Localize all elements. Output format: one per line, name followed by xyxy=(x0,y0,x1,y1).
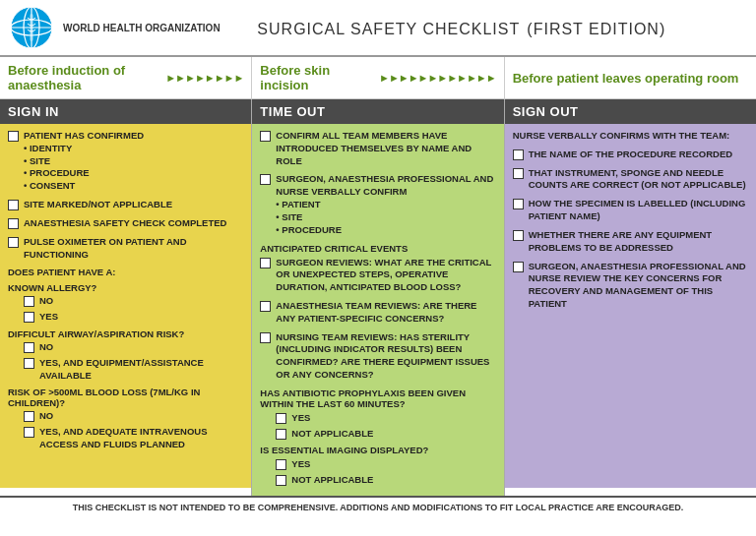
phase-arrows-2: ►►►►►►►►►►►► xyxy=(379,72,496,84)
phase-header-time-out: Before skin incision ►►►►►►►►►►►► xyxy=(251,57,504,98)
key-concerns-item: SURGEON, ANAESTHESIA PROFESSIONAL AND NU… xyxy=(513,261,748,311)
blood-loss-label: RISK OF >500ML BLOOD LOSS (7ML/KG IN CHI… xyxy=(8,387,243,408)
phase-headers: Before induction of anaesthesia ►►►►►►►►… xyxy=(0,57,756,98)
imaging-yes-label: YES xyxy=(291,458,310,471)
airway-risk-options: NO YES, AND EQUIPMENT/ASSISTANCE AVAILAB… xyxy=(8,341,243,382)
blood-loss-yes-checkbox[interactable] xyxy=(24,427,34,438)
antibiotic-label: HAS ANTIBIOTIC PROPHYLAXIS BEEN GIVEN WI… xyxy=(260,387,495,409)
instrument-counts-checkbox[interactable] xyxy=(513,168,524,179)
sign-in-column: SIGN IN PATIENT HAS CONFIRMED • IDENTITY… xyxy=(0,99,251,496)
time-out-column: TIME OUT CONFIRM ALL TEAM MEMBERS HAVE I… xyxy=(251,99,504,496)
airway-risk-label: DIFFICULT AIRWAY/ASPIRATION RISK? xyxy=(8,328,243,339)
blood-loss-no-label: NO xyxy=(39,410,53,423)
allergy-yes-label: YES xyxy=(39,311,58,324)
procedure-recorded-item: THE NAME OF THE PROCEDURE RECORDED xyxy=(513,149,748,161)
imaging-options: YES NOT APPLICABLE xyxy=(260,458,495,487)
header: World Health Organization Surgical Safet… xyxy=(0,0,756,57)
allergy-no-label: NO xyxy=(39,295,53,308)
surgeon-reviews-label: SURGEON REVIEWS: WHAT ARE THE CRITICAL O… xyxy=(276,257,491,293)
blood-loss-yes-label: YES, AND ADEQUATE INTRAVENOUS ACCESS AND… xyxy=(39,426,243,451)
patient-confirmed-label: PATIENT HAS CONFIRMED xyxy=(24,130,144,141)
pulse-oximeter-label: PULSE OXIMETER ON PATIENT AND FUNCTIONIN… xyxy=(24,236,243,262)
nursing-reviews-label: NURSING TEAM REVIEWS: HAS STERILITY (INC… xyxy=(276,331,489,380)
pulse-oximeter-item: PULSE OXIMETER ON PATIENT AND FUNCTIONIN… xyxy=(8,236,243,262)
antibiotic-na-item: NOT APPLICABLE xyxy=(276,428,495,441)
time-out-body: CONFIRM ALL TEAM MEMBERS HAVE INTRODUCED… xyxy=(252,124,503,496)
svg-rect-5 xyxy=(30,14,33,41)
phase-header-sign-out: Before patient leaves operating room xyxy=(505,57,756,98)
procedure-recorded-checkbox[interactable] xyxy=(513,149,524,160)
specimen-labelled-checkbox[interactable] xyxy=(513,199,524,209)
imaging-yes-checkbox[interactable] xyxy=(276,459,286,470)
airway-yes-checkbox[interactable] xyxy=(24,358,34,369)
imaging-label: IS ESSENTIAL IMAGING DISPLAYED? xyxy=(260,445,495,455)
main-columns: SIGN IN PATIENT HAS CONFIRMED • IDENTITY… xyxy=(0,98,756,496)
allergy-yes-checkbox[interactable] xyxy=(24,312,34,323)
verbally-confirm-checkbox[interactable] xyxy=(260,174,271,185)
anaesthesia-reviews-checkbox[interactable] xyxy=(260,301,271,312)
phase-label-sign-in: Before induction of anaesthesia xyxy=(8,63,161,92)
imaging-yes-item: YES xyxy=(276,458,495,471)
site-marked-label: SITE MARKED/NOT APPLICABLE xyxy=(24,199,172,211)
known-allergy-options: NO YES xyxy=(8,295,243,324)
equipment-problems-item: WHETHER THERE ARE ANY EQUIPMENT PROBLEMS… xyxy=(513,229,748,255)
confirm-team-label: CONFIRM ALL TEAM MEMBERS HAVE INTRODUCED… xyxy=(276,130,495,167)
procedure-recorded-label: THE NAME OF THE PROCEDURE RECORDED xyxy=(529,149,732,161)
confirm-team-item: CONFIRM ALL TEAM MEMBERS HAVE INTRODUCED… xyxy=(260,130,495,167)
antibiotic-yes-checkbox[interactable] xyxy=(276,413,286,424)
nursing-reviews-item: NURSING TEAM REVIEWS: HAS STERILITY (INC… xyxy=(260,331,495,382)
blood-loss-yes-item: YES, AND ADEQUATE INTRAVENOUS ACCESS AND… xyxy=(24,426,243,451)
surgeon-reviews-checkbox[interactable] xyxy=(260,258,271,268)
pulse-oximeter-checkbox[interactable] xyxy=(8,237,19,248)
blood-loss-no-item: NO xyxy=(24,410,243,423)
instrument-counts-label: THAT INSTRUMENT, SPONGE AND NEEDLE COUNT… xyxy=(529,167,748,193)
surgeon-reviews-item: SURGEON REVIEWS: WHAT ARE THE CRITICAL O… xyxy=(260,257,495,294)
airway-yes-label: YES, AND EQUIPMENT/ASSISTANCE AVAILABLE xyxy=(39,357,243,383)
patient-confirmed-item: PATIENT HAS CONFIRMED • IDENTITY • SITE … xyxy=(8,130,243,193)
allergy-yes-item: YES xyxy=(24,311,243,324)
sign-in-body: PATIENT HAS CONFIRMED • IDENTITY • SITE … xyxy=(0,124,251,488)
specimen-labelled-item: HOW THE SPECIMEN IS LABELLED (INCLUDING … xyxy=(513,198,748,223)
anaesthesia-check-label: ANAESTHESIA SAFETY CHECK COMPLETED xyxy=(24,217,226,230)
patient-confirmed-checkbox[interactable] xyxy=(8,131,19,142)
airway-no-item: NO xyxy=(24,341,243,354)
antibiotic-yes-item: YES xyxy=(276,412,495,425)
phase-label-time-out: Before skin incision xyxy=(260,63,375,92)
sign-out-body: NURSE VERBALLY CONFIRMS WITH THE TEAM: T… xyxy=(505,124,756,488)
blood-loss-no-checkbox[interactable] xyxy=(24,411,34,422)
airway-no-label: NO xyxy=(39,341,53,354)
airway-yes-item: YES, AND EQUIPMENT/ASSISTANCE AVAILABLE xyxy=(24,357,243,383)
anaesthesia-check-item: ANAESTHESIA SAFETY CHECK COMPLETED xyxy=(8,217,243,230)
patient-have-section: DOES PATIENT HAVE A: xyxy=(8,267,243,277)
page-title: Surgical Safety Checklist (First Edition… xyxy=(230,15,746,40)
anaesthesia-check-checkbox[interactable] xyxy=(8,218,19,229)
equipment-problems-checkbox[interactable] xyxy=(513,230,524,241)
verbally-confirm-item: SURGEON, ANAESTHESIA PROFESSIONAL AND NU… xyxy=(260,173,495,236)
airway-no-checkbox[interactable] xyxy=(24,342,34,353)
key-concerns-checkbox[interactable] xyxy=(513,262,524,272)
antibiotic-na-checkbox[interactable] xyxy=(276,429,286,440)
anaesthesia-reviews-label: ANAESTHESIA TEAM REVIEWS: ARE THERE ANY … xyxy=(276,300,476,324)
anaesthesia-reviews-item: ANAESTHESIA TEAM REVIEWS: ARE THERE ANY … xyxy=(260,300,495,326)
allergy-no-checkbox[interactable] xyxy=(24,296,34,307)
time-out-header: TIME OUT xyxy=(252,99,503,124)
nursing-reviews-checkbox[interactable] xyxy=(260,332,271,343)
who-organization-name: World Health Organization xyxy=(63,22,220,34)
equipment-problems-label: WHETHER THERE ARE ANY EQUIPMENT PROBLEMS… xyxy=(529,229,748,255)
sign-out-header: SIGN OUT xyxy=(505,99,756,124)
phase-header-sign-in: Before induction of anaesthesia ►►►►►►►► xyxy=(0,57,251,98)
imaging-na-item: NOT APPLICABLE xyxy=(276,474,495,487)
specimen-labelled-label: HOW THE SPECIMEN IS LABELLED (INCLUDING … xyxy=(529,198,748,223)
site-marked-item: SITE MARKED/NOT APPLICABLE xyxy=(8,199,243,211)
site-marked-checkbox[interactable] xyxy=(8,200,19,210)
antibiotic-yes-label: YES xyxy=(291,412,310,425)
imaging-na-checkbox[interactable] xyxy=(276,475,286,486)
footer: THIS CHECKLIST IS NOT INTENDED TO BE COM… xyxy=(0,496,756,517)
phase-label-sign-out: Before patient leaves operating room xyxy=(513,71,739,86)
blood-loss-options: NO YES, AND ADEQUATE INTRAVENOUS ACCESS … xyxy=(8,410,243,450)
allergy-no-item: NO xyxy=(24,295,243,308)
footer-text: THIS CHECKLIST IS NOT INTENDED TO BE COM… xyxy=(8,503,748,512)
antibiotic-options: YES NOT APPLICABLE xyxy=(260,412,495,441)
who-logo-icon xyxy=(10,6,53,49)
confirm-team-checkbox[interactable] xyxy=(260,131,271,142)
